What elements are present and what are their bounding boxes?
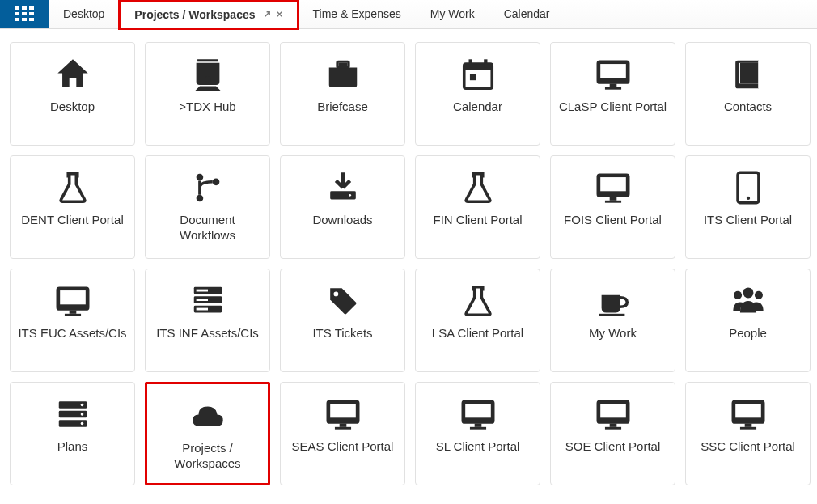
svg-rect-43 bbox=[22, 18, 27, 21]
tile-downloads[interactable]: Downloads bbox=[280, 155, 405, 259]
svg-rect-42 bbox=[15, 18, 19, 21]
tile-label: Document Workflows bbox=[150, 213, 265, 244]
tile-label: Contacts bbox=[724, 100, 772, 115]
tile-label: Briefcase bbox=[317, 100, 368, 115]
tile-label: LSA Client Portal bbox=[432, 326, 523, 341]
app-launcher-button[interactable] bbox=[0, 0, 49, 28]
tile-label: FOIS Client Portal bbox=[564, 213, 662, 228]
coffee-icon bbox=[595, 281, 632, 321]
svg-rect-41 bbox=[29, 12, 34, 15]
tile-label: ITS EUC Assets/CIs bbox=[18, 326, 126, 341]
monitor-icon bbox=[595, 167, 632, 208]
tab-projects-workspaces[interactable]: Projects / Workspaces bbox=[119, 0, 298, 28]
tile-label: SOE Client Portal bbox=[565, 439, 661, 455]
monitor-icon bbox=[595, 54, 632, 95]
tile-label: Downloads bbox=[312, 213, 372, 228]
tile-ssc-client-portal[interactable]: SSC Client Portal bbox=[685, 382, 811, 485]
tile-label: ITS INF Assets/CIs bbox=[156, 326, 259, 341]
svg-rect-38 bbox=[29, 6, 34, 10]
tile--tdx-hub[interactable]: >TDX Hub bbox=[145, 42, 270, 146]
train-icon bbox=[189, 54, 226, 95]
svg-rect-44 bbox=[29, 18, 34, 21]
tile-fin-client-portal[interactable]: FIN Client Portal bbox=[415, 155, 540, 259]
top-tab-bar: DesktopProjects / WorkspacesTime & Expen… bbox=[0, 0, 817, 29]
flask-icon bbox=[54, 167, 91, 208]
tile-lsa-client-portal[interactable]: LSA Client Portal bbox=[415, 269, 540, 372]
tab-desktop[interactable]: Desktop bbox=[49, 0, 119, 28]
tab-label: Desktop bbox=[63, 7, 104, 20]
svg-rect-39 bbox=[15, 12, 19, 15]
tile-calendar[interactable]: Calendar bbox=[415, 42, 540, 146]
tab-my-work[interactable]: My Work bbox=[416, 0, 489, 28]
app-launcher-icon bbox=[15, 6, 34, 21]
tag-icon bbox=[324, 281, 362, 321]
tile-label: FIN Client Portal bbox=[433, 213, 522, 228]
tablet-icon bbox=[730, 167, 767, 208]
tile-label: ITS Tickets bbox=[312, 326, 372, 341]
servers-icon bbox=[189, 281, 226, 321]
tile-soe-client-portal[interactable]: SOE Client Portal bbox=[550, 382, 675, 485]
people-icon bbox=[730, 281, 767, 321]
tile-its-tickets[interactable]: ITS Tickets bbox=[280, 269, 405, 372]
download-icon bbox=[324, 167, 362, 208]
monitor-icon bbox=[459, 394, 497, 434]
svg-rect-36 bbox=[15, 6, 19, 10]
tab-time-expenses[interactable]: Time & Expenses bbox=[298, 0, 416, 28]
svg-rect-37 bbox=[22, 6, 27, 10]
tile-its-client-portal[interactable]: ITS Client Portal bbox=[685, 155, 811, 259]
branch-icon bbox=[189, 167, 226, 208]
calendar-icon bbox=[459, 54, 497, 95]
popout-icon[interactable] bbox=[264, 11, 271, 18]
tile-contacts[interactable]: Contacts bbox=[685, 42, 811, 146]
tab-label: Projects / Workspaces bbox=[134, 8, 255, 21]
tab-label: Calendar bbox=[504, 7, 550, 20]
tile-label: Projects / Workspaces bbox=[152, 441, 263, 472]
tabs-container: DesktopProjects / WorkspacesTime & Expen… bbox=[49, 0, 565, 28]
flask-icon bbox=[459, 167, 497, 208]
tile-label: My Work bbox=[589, 326, 637, 341]
tile-fois-client-portal[interactable]: FOIS Client Portal bbox=[550, 155, 675, 259]
tile-people[interactable]: People bbox=[685, 269, 811, 372]
tile-label: SEAS Client Portal bbox=[292, 439, 394, 455]
book-icon bbox=[730, 54, 767, 95]
monitor-icon bbox=[54, 281, 91, 321]
tile-label: DENT Client Portal bbox=[21, 213, 123, 228]
tab-label: My Work bbox=[430, 7, 475, 20]
tile-document-workflows[interactable]: Document Workflows bbox=[145, 155, 270, 259]
tile-its-inf-assets-cis[interactable]: ITS INF Assets/CIs bbox=[145, 269, 270, 372]
tile-seas-client-portal[interactable]: SEAS Client Portal bbox=[280, 382, 405, 485]
tile-its-euc-assets-cis[interactable]: ITS EUC Assets/CIs bbox=[10, 269, 135, 372]
home-icon bbox=[54, 54, 91, 95]
tile-label: Calendar bbox=[453, 100, 502, 115]
tiles-grid: Desktop>TDX HubBriefcaseCalendarCLaSP Cl… bbox=[0, 29, 817, 498]
tile-projects-workspaces[interactable]: Projects / Workspaces bbox=[145, 382, 270, 485]
tile-label: People bbox=[729, 326, 767, 341]
svg-rect-40 bbox=[22, 12, 27, 15]
tile-label: Plans bbox=[57, 439, 88, 455]
tile-label: >TDX Hub bbox=[179, 100, 235, 115]
tile-desktop[interactable]: Desktop bbox=[10, 42, 135, 146]
tile-label: SSC Client Portal bbox=[701, 439, 795, 455]
tile-dent-client-portal[interactable]: DENT Client Portal bbox=[10, 155, 135, 259]
tile-clasp-client-portal[interactable]: CLaSP Client Portal bbox=[550, 42, 675, 146]
tab-calendar[interactable]: Calendar bbox=[489, 0, 565, 28]
tile-label: Desktop bbox=[50, 100, 95, 115]
tab-label: Time & Expenses bbox=[313, 7, 401, 20]
monitor-icon bbox=[324, 394, 362, 434]
cloud-icon bbox=[189, 396, 226, 436]
tile-my-work[interactable]: My Work bbox=[550, 269, 675, 372]
tile-label: ITS Client Portal bbox=[704, 213, 792, 228]
monitor-icon bbox=[595, 394, 632, 434]
tile-plans[interactable]: Plans bbox=[10, 382, 135, 485]
tile-label: CLaSP Client Portal bbox=[559, 100, 667, 115]
flask-icon bbox=[459, 281, 497, 321]
bars-icon bbox=[54, 394, 91, 434]
close-icon[interactable] bbox=[276, 11, 283, 18]
briefcase-icon bbox=[324, 54, 362, 95]
monitor-icon bbox=[730, 394, 767, 434]
tile-briefcase[interactable]: Briefcase bbox=[280, 42, 405, 146]
tile-label: SL Client Portal bbox=[436, 439, 520, 455]
tile-sl-client-portal[interactable]: SL Client Portal bbox=[415, 382, 540, 485]
